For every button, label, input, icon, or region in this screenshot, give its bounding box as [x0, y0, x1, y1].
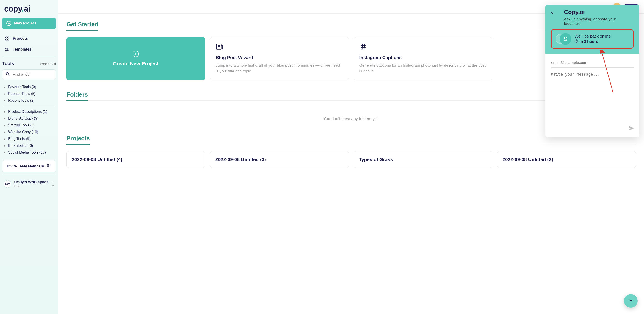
- workspace-avatar: EW: [4, 180, 11, 188]
- tool-cat-startup[interactable]: ▶Startup Tools (5): [2, 122, 56, 129]
- get-started-heading: Get Started: [66, 21, 98, 31]
- tool-cat-social[interactable]: ▶Social Media Tools (16): [2, 149, 56, 156]
- chat-fab[interactable]: [624, 294, 638, 308]
- card-title: Blog Post Wizard: [216, 55, 343, 60]
- sidebar: copy.ai + New Project Projects Templates…: [0, 0, 58, 314]
- svg-rect-1: [8, 37, 9, 38]
- tool-cat-label: Website Copy (10): [8, 130, 38, 134]
- project-title: 2022-09-08 Untitled (3): [215, 157, 266, 162]
- new-project-label: New Project: [14, 21, 36, 26]
- nav-projects[interactable]: Projects: [2, 33, 56, 44]
- tool-cat-label: Product Descriptions (1): [8, 110, 47, 114]
- chat-message-input[interactable]: [551, 71, 634, 132]
- brand-text-b: ai: [24, 4, 30, 13]
- tool-cat-label: Email/Letter (6): [8, 144, 33, 148]
- chevron-down-icon: [628, 298, 633, 304]
- project-card[interactable]: 2022-09-08 Untitled (3): [210, 151, 349, 168]
- tool-group-popular[interactable]: ▶Popular Tools (5): [2, 91, 56, 97]
- grid-icon: [5, 36, 10, 41]
- project-card[interactable]: 2022-09-08 Untitled (2): [497, 151, 636, 168]
- tool-cat-product[interactable]: ▶Product Descriptions (1): [2, 109, 56, 115]
- project-title: Types of Grass: [359, 157, 393, 162]
- create-project-card[interactable]: + Create New Project: [66, 37, 205, 80]
- search-input[interactable]: [2, 69, 56, 80]
- chat-agent-avatar: S: [556, 33, 570, 45]
- workspace-switcher[interactable]: EW Emily's Workspace Free ⌃⌄: [2, 177, 56, 189]
- divider: [2, 56, 56, 56]
- chat-header: Copy.ai Ask us anything, or share your f…: [545, 4, 640, 54]
- caret-icon: ▶: [4, 124, 6, 127]
- chat-email-input[interactable]: [551, 58, 634, 67]
- workspace-name: Emily's Workspace: [14, 180, 50, 184]
- send-icon[interactable]: [629, 126, 634, 132]
- svg-point-6: [6, 72, 8, 75]
- tool-group-recent[interactable]: ▶Recent Tools (2): [2, 97, 56, 104]
- chat-title: Copy.ai: [564, 8, 634, 16]
- chat-back-button[interactable]: [550, 9, 554, 16]
- tool-group-label: Favorite Tools (0): [8, 85, 36, 89]
- search-icon: [6, 72, 10, 77]
- chat-body: [545, 54, 640, 137]
- search-wrap: [2, 69, 56, 80]
- updown-chevron-icon: ⌃⌄: [52, 182, 54, 186]
- invite-label: Invite Team Members: [7, 164, 44, 168]
- svg-rect-3: [8, 39, 9, 40]
- caret-icon: ▶: [4, 144, 6, 147]
- card-blog-wizard[interactable]: Blog Post Wizard Jump into a whole first…: [210, 37, 349, 80]
- svg-point-7: [47, 164, 49, 166]
- plus-circle-icon: +: [132, 51, 139, 57]
- tools-header: Tools expand all: [2, 58, 56, 67]
- caret-icon: ▶: [4, 131, 6, 134]
- workspace-plan: Free: [14, 184, 50, 188]
- person-add-icon: [46, 163, 51, 169]
- tool-cat-ad[interactable]: ▶Digital Ad Copy (9): [2, 115, 56, 122]
- tool-cat-website[interactable]: ▶Website Copy (10): [2, 129, 56, 135]
- tools-title: Tools: [2, 61, 14, 66]
- newspaper-icon: [216, 43, 343, 52]
- divider: [2, 175, 56, 175]
- caret-icon: ▶: [4, 99, 6, 102]
- nav-templates-label: Templates: [13, 47, 32, 52]
- chat-status-box: S We'll be back online In 3 hours: [551, 29, 634, 49]
- hash-icon: [360, 43, 487, 52]
- clock-icon: [574, 39, 578, 44]
- expand-all-link[interactable]: expand all: [40, 62, 56, 66]
- caret-icon: ▶: [4, 92, 6, 95]
- svg-rect-0: [6, 37, 7, 38]
- tool-group-favorite[interactable]: ▶Favorite Tools (0): [2, 84, 56, 90]
- chat-status-text: We'll be back online: [574, 34, 629, 39]
- tool-cat-label: Blog Tools (9): [8, 137, 30, 141]
- tool-group-label: Popular Tools (5): [8, 92, 36, 96]
- divider: [2, 106, 56, 106]
- tool-cat-email[interactable]: ▶Email/Letter (6): [2, 143, 56, 149]
- svg-point-4: [6, 48, 6, 48]
- tool-cat-label: Digital Ad Copy (9): [8, 117, 38, 121]
- svg-rect-2: [6, 39, 7, 40]
- caret-icon: ▶: [4, 117, 6, 120]
- nav-projects-label: Projects: [13, 36, 28, 41]
- plus-circle-icon: +: [6, 21, 11, 26]
- template-icon: [5, 47, 10, 52]
- chat-widget: Copy.ai Ask us anything, or share your f…: [545, 4, 640, 137]
- card-desc: Jump into a whole first draft of your bl…: [216, 63, 343, 74]
- projects-heading: Projects: [66, 135, 90, 145]
- card-instagram-captions[interactable]: Instagram Captions Generate captions for…: [354, 37, 492, 80]
- new-project-button[interactable]: + New Project: [2, 18, 56, 29]
- tool-cat-blog[interactable]: ▶Blog Tools (9): [2, 136, 56, 142]
- nav-templates[interactable]: Templates: [2, 44, 56, 55]
- tool-cat-label: Startup Tools (5): [8, 123, 35, 127]
- project-card[interactable]: 2022-09-08 Untitled (4): [66, 151, 205, 168]
- project-card[interactable]: Types of Grass: [354, 151, 492, 168]
- card-desc: Generate captions for an Instagram photo…: [360, 63, 487, 74]
- svg-point-5: [6, 50, 6, 51]
- card-title: Instagram Captions: [360, 55, 487, 60]
- workspace-info: Emily's Workspace Free: [14, 180, 50, 188]
- invite-button[interactable]: Invite Team Members: [2, 160, 56, 172]
- create-project-label: Create New Project: [113, 61, 158, 67]
- chat-agent-initial: S: [560, 33, 572, 45]
- project-title: 2022-09-08 Untitled (2): [502, 157, 553, 162]
- brand-text-a: copy: [4, 4, 22, 13]
- section-rule: [66, 144, 636, 144]
- tool-groups: ▶Favorite Tools (0) ▶Popular Tools (5) ▶…: [2, 83, 56, 105]
- tool-cat-label: Social Media Tools (16): [8, 151, 46, 155]
